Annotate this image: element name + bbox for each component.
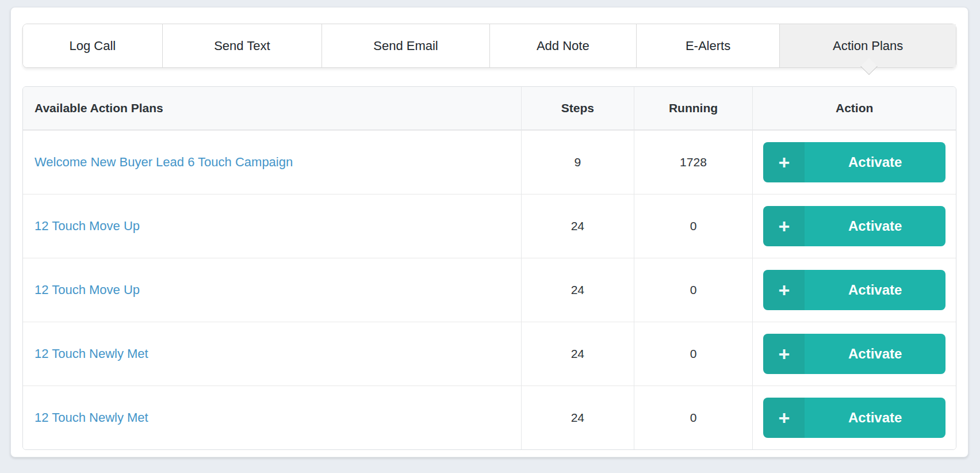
plan-link[interactable]: 12 Touch Move Up xyxy=(35,283,140,297)
plus-icon: + xyxy=(763,398,805,438)
plan-link[interactable]: Welcome New Buyer Lead 6 Touch Campaign xyxy=(35,155,293,170)
running-value: 0 xyxy=(690,283,697,297)
column-header-action: Action xyxy=(752,87,956,129)
tab-label: E-Alerts xyxy=(686,39,730,54)
table-row: 12 Touch Move Up 24 0 + Activate xyxy=(23,194,956,258)
steps-value: 24 xyxy=(571,283,584,297)
tab-send-email[interactable]: Send Email xyxy=(321,24,489,67)
plus-icon: + xyxy=(763,270,805,310)
table-row: 12 Touch Newly Met 24 0 + Activate xyxy=(23,386,956,449)
tab-label: Action Plans xyxy=(833,39,903,54)
plus-icon: + xyxy=(763,334,805,374)
column-header-running: Running xyxy=(634,87,753,129)
activate-button[interactable]: + Activate xyxy=(763,270,945,310)
steps-value: 24 xyxy=(571,219,584,233)
running-value: 0 xyxy=(690,411,697,425)
column-header-available-action-plans: Available Action Plans xyxy=(23,87,521,129)
tab-label: Send Email xyxy=(373,39,438,54)
running-value: 1728 xyxy=(680,155,707,169)
activate-button-label: Activate xyxy=(805,398,945,438)
steps-value: 24 xyxy=(571,411,584,425)
running-value: 0 xyxy=(690,219,697,233)
activate-button[interactable]: + Activate xyxy=(763,142,945,182)
activate-button-label: Activate xyxy=(805,142,945,182)
plus-icon: + xyxy=(763,206,805,246)
activate-button-label: Activate xyxy=(805,206,945,246)
column-header-steps: Steps xyxy=(521,87,633,129)
table-row: 12 Touch Move Up 24 0 + Activate xyxy=(23,258,956,322)
table-row: 12 Touch Newly Met 24 0 + Activate xyxy=(23,322,956,386)
activate-button[interactable]: + Activate xyxy=(763,398,945,438)
activate-button[interactable]: + Activate xyxy=(763,206,945,246)
tab-label: Log Call xyxy=(69,39,116,54)
action-tabbar: Log Call Send Text Send Email Add Note E… xyxy=(22,24,956,68)
content-card: Log Call Send Text Send Email Add Note E… xyxy=(10,7,968,457)
action-plans-table: Available Action Plans Steps Running Act… xyxy=(22,86,956,450)
plus-icon: + xyxy=(763,142,805,182)
steps-value: 9 xyxy=(575,155,581,169)
tab-add-note[interactable]: Add Note xyxy=(489,24,636,67)
plan-link[interactable]: 12 Touch Newly Met xyxy=(35,410,148,425)
running-value: 0 xyxy=(690,347,697,361)
activate-button[interactable]: + Activate xyxy=(763,334,945,374)
tab-label: Send Text xyxy=(214,39,270,54)
activate-button-label: Activate xyxy=(805,334,945,374)
table-row: Welcome New Buyer Lead 6 Touch Campaign … xyxy=(23,130,956,194)
plan-link[interactable]: 12 Touch Newly Met xyxy=(35,346,148,361)
table-header-row: Available Action Plans Steps Running Act… xyxy=(23,87,956,130)
steps-value: 24 xyxy=(571,347,584,361)
tab-label: Add Note xyxy=(537,39,589,54)
tab-send-text[interactable]: Send Text xyxy=(162,24,321,67)
plan-link[interactable]: 12 Touch Move Up xyxy=(35,219,140,234)
activate-button-label: Activate xyxy=(805,270,945,310)
tab-log-call[interactable]: Log Call xyxy=(23,24,162,67)
tab-e-alerts[interactable]: E-Alerts xyxy=(636,24,780,67)
